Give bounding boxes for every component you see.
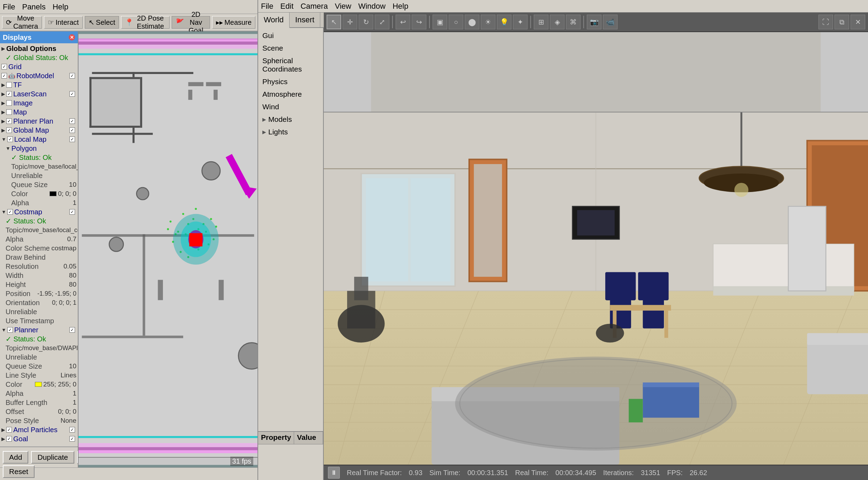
gz-scale-tool[interactable]: ⤢ xyxy=(375,15,389,29)
world-item-wind[interactable]: Wind xyxy=(258,101,323,113)
tree-item-orientation[interactable]: Orientation 0; 0; 0; 1 xyxy=(0,298,78,307)
tree-item-alpha-1[interactable]: Alpha 1 xyxy=(0,198,78,207)
gz-joints-toggle[interactable]: ⌘ xyxy=(566,15,581,29)
viewport-3d-main[interactable] xyxy=(324,112,868,465)
move-camera-btn[interactable]: ⟳ Move Camera xyxy=(2,16,42,29)
tree-item-use-timestamp[interactable]: Use Timestamp xyxy=(0,316,78,325)
gz-collision-toggle[interactable]: ◈ xyxy=(550,15,564,29)
tree-item-polygon[interactable]: ▼ Polygon xyxy=(0,144,78,153)
tree-item-costmap[interactable]: ▼ Costmap xyxy=(0,207,78,216)
map-viewport[interactable]: 31 fps xyxy=(78,31,257,467)
planner-plan-checkbox[interactable] xyxy=(6,118,12,124)
gz-menu-edit[interactable]: Edit xyxy=(280,2,293,11)
map-checkbox[interactable] xyxy=(6,109,12,115)
tree-item-color-1[interactable]: Color 0; 0; 0 xyxy=(0,189,78,198)
tree-item-color-3[interactable]: Color 255; 255; 0 xyxy=(0,380,78,389)
gz-menu-help[interactable]: Help xyxy=(392,2,408,11)
gz-log-btn[interactable]: 📹 xyxy=(603,15,618,29)
gz-pointlight-tool[interactable]: ☀ xyxy=(481,15,495,29)
tree-item-linestyle[interactable]: Line Style Lines xyxy=(0,371,78,380)
image-checkbox[interactable] xyxy=(6,100,12,106)
tree-item-amcl[interactable]: ▶ Amcl Particles xyxy=(0,425,78,434)
gz-box-tool[interactable]: ▣ xyxy=(433,15,447,29)
tree-item-topic-3[interactable]: Topic /move_base/DWAPlan... xyxy=(0,344,78,353)
tree-item-global-status[interactable]: ✓ Global Status: Ok xyxy=(0,53,78,62)
tab-world[interactable]: World xyxy=(258,13,290,28)
robotmodel-vis-checkbox[interactable] xyxy=(69,73,75,79)
pose-estimate-btn[interactable]: 📍 2D Pose Estimate xyxy=(121,16,169,29)
gz-menu-file[interactable]: File xyxy=(261,2,273,11)
gz-select-tool[interactable]: ↖ xyxy=(327,15,341,29)
laserscan-checkbox[interactable] xyxy=(6,91,12,97)
gz-undo-btn[interactable]: ↩ xyxy=(396,15,410,29)
tree-item-laserscan[interactable]: ▶ LaserScan xyxy=(0,89,78,98)
world-tree[interactable]: Gui Scene Spherical Coordinates Physics … xyxy=(258,28,323,431)
gz-fullscreen-btn[interactable]: ⛶ xyxy=(818,15,833,29)
tree-item-pose-style[interactable]: Pose Style None xyxy=(0,416,78,425)
rviz-menu-file[interactable]: File xyxy=(3,2,15,12)
gz-extra-btn[interactable]: ⧉ xyxy=(835,15,849,29)
tree-item-topic-2[interactable]: Topic /move_base/local_cost... xyxy=(0,226,78,235)
gz-rotate-tool[interactable]: ↻ xyxy=(359,15,373,29)
tree-item-tf[interactable]: ▶ TF xyxy=(0,80,78,89)
world-item-scene[interactable]: Scene xyxy=(258,42,323,54)
gz-redo-btn[interactable]: ↪ xyxy=(412,15,426,29)
tree-item-image[interactable]: ▶ Image xyxy=(0,98,78,108)
world-item-physics[interactable]: Physics xyxy=(258,75,323,88)
tree-item-color-scheme[interactable]: Color Scheme costmap xyxy=(0,244,78,253)
tree-item-unreliable-2[interactable]: Unreliable xyxy=(0,307,78,316)
tree-item-map[interactable]: ▶ Map xyxy=(0,108,78,117)
gz-translate-tool[interactable]: ✛ xyxy=(343,15,357,29)
planner-checkbox[interactable] xyxy=(7,327,13,333)
tree-item-resolution[interactable]: Resolution 0.05 xyxy=(0,262,78,271)
interact-btn[interactable]: ☞ Interact xyxy=(44,16,83,29)
tree-item-local-map[interactable]: ▼ Local Map xyxy=(0,135,78,144)
tree-item-global-options[interactable]: ▶ Global Options xyxy=(0,44,78,53)
tree-item-planner-plan[interactable]: ▶ Planner Plan xyxy=(0,117,78,126)
tree-item-goal[interactable]: ▶ Goal xyxy=(0,434,78,443)
amcl-checkbox[interactable] xyxy=(6,427,12,433)
tree-item-offset[interactable]: Offset 0; 0; 0 xyxy=(0,407,78,416)
gz-menu-camera[interactable]: Camera xyxy=(300,2,328,11)
tree-item-global-map[interactable]: ▶ Global Map xyxy=(0,126,78,135)
tf-checkbox[interactable] xyxy=(6,82,12,88)
world-item-gui[interactable]: Gui xyxy=(258,29,323,42)
duplicate-button[interactable]: Duplicate xyxy=(31,451,74,464)
gz-close-btn[interactable]: ✕ xyxy=(851,15,865,29)
nav-goal-btn[interactable]: 🚩 2D Nav Goal xyxy=(172,16,210,29)
robotmodel-checkbox[interactable] xyxy=(1,73,7,79)
rviz-menu-help[interactable]: Help xyxy=(53,2,68,12)
displays-close-btn[interactable]: ✕ xyxy=(69,34,75,40)
tree-item-alpha-3[interactable]: Alpha 1 xyxy=(0,389,78,398)
world-item-models[interactable]: ▶ Models xyxy=(258,113,323,126)
pause-button[interactable]: ⏸ xyxy=(328,467,340,479)
gz-menu-view[interactable]: View xyxy=(335,2,351,11)
viewport-3d-top[interactable] xyxy=(324,32,868,112)
tree-item-draw-behind[interactable]: Draw Behind xyxy=(0,253,78,262)
gz-grid-toggle[interactable]: ⊞ xyxy=(534,15,548,29)
rviz-menu-panels[interactable]: Panels xyxy=(22,2,45,12)
grid-checkbox[interactable] xyxy=(1,64,7,69)
gz-cylinder-tool[interactable]: ⬤ xyxy=(465,15,479,29)
tree-item-width[interactable]: Width 80 xyxy=(0,271,78,280)
tree-item-queuesize-1[interactable]: Queue Size 10 xyxy=(0,180,78,189)
tree-item-position[interactable]: Position -1.95; -1.95; 0 xyxy=(0,289,78,298)
tree-item-planner[interactable]: ▼ Planner xyxy=(0,325,78,334)
add-button[interactable]: Add xyxy=(3,451,28,464)
tree-item-robotmodel[interactable]: 🤖 RobotModel xyxy=(0,71,78,80)
gz-sphere-tool[interactable]: ○ xyxy=(449,15,463,29)
local-map-checkbox[interactable] xyxy=(7,136,13,142)
tree-item-unreliable-3[interactable]: Unreliable xyxy=(0,353,78,362)
tree-item-queuesize-3[interactable]: Queue Size 10 xyxy=(0,362,78,371)
tab-insert[interactable]: Insert xyxy=(290,13,320,27)
tree-item-topic-1[interactable]: Topic /move_base/local_cost... xyxy=(0,162,78,171)
global-map-checkbox[interactable] xyxy=(6,127,12,133)
world-item-lights[interactable]: ▶ Lights xyxy=(258,126,323,138)
gz-spotlight-tool[interactable]: 💡 xyxy=(497,15,511,29)
displays-tree[interactable]: ▶ Global Options ✓ Global Status: Ok Gri… xyxy=(0,43,78,446)
tree-item-grid[interactable]: Grid xyxy=(0,62,78,71)
tree-item-alpha-2[interactable]: Alpha 0.7 xyxy=(0,235,78,244)
gz-screenshot-btn[interactable]: 📷 xyxy=(587,15,601,29)
costmap-checkbox[interactable] xyxy=(7,209,13,215)
select-btn[interactable]: ↖ Select xyxy=(85,16,119,29)
